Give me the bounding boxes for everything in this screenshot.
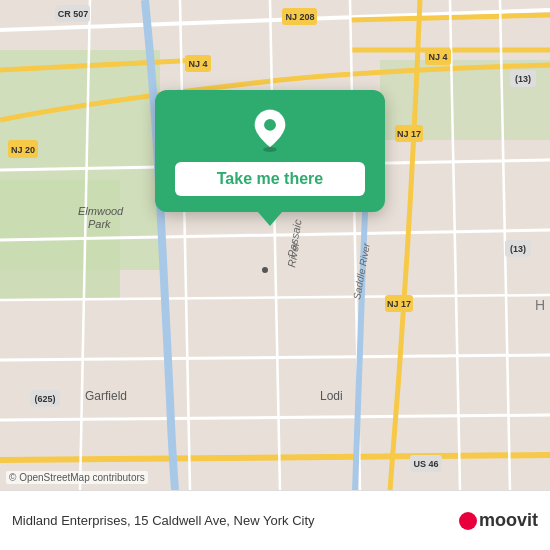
svg-text:Lodi: Lodi <box>320 389 343 403</box>
svg-text:(13): (13) <box>515 74 531 84</box>
map-copyright: © OpenStreetMap contributors <box>6 471 148 484</box>
svg-point-51 <box>263 147 277 152</box>
svg-text:Elmwood: Elmwood <box>78 205 124 217</box>
svg-text:(625): (625) <box>34 394 55 404</box>
destination-card: Take me there <box>155 90 385 212</box>
svg-text:(13): (13) <box>510 244 526 254</box>
svg-text:NJ 20: NJ 20 <box>11 145 35 155</box>
svg-text:H: H <box>535 297 545 313</box>
bottom-info-bar: Midland Enterprises, 15 Caldwell Ave, Ne… <box>0 490 550 550</box>
svg-text:NJ 17: NJ 17 <box>397 129 421 139</box>
svg-text:NJ 208: NJ 208 <box>285 12 314 22</box>
svg-text:NJ 4: NJ 4 <box>188 59 207 69</box>
location-pin-icon <box>248 108 292 152</box>
moovit-dot-icon <box>459 512 477 530</box>
svg-text:US 46: US 46 <box>413 459 438 469</box>
moovit-logo: moovit <box>459 510 538 531</box>
svg-text:Park: Park <box>88 218 111 230</box>
svg-point-50 <box>262 267 268 273</box>
moovit-brand-text: moovit <box>479 510 538 531</box>
take-me-there-button[interactable]: Take me there <box>175 162 365 196</box>
map-view: NJ 20 NJ 4 NJ 4 NJ 208 NJ 17 NJ 17 CR 50… <box>0 0 550 490</box>
address-text: Midland Enterprises, 15 Caldwell Ave, Ne… <box>12 513 451 528</box>
svg-text:Garfield: Garfield <box>85 389 127 403</box>
svg-text:NJ 17: NJ 17 <box>387 299 411 309</box>
svg-text:NJ 4: NJ 4 <box>428 52 447 62</box>
svg-point-52 <box>264 119 276 131</box>
svg-text:CR 507: CR 507 <box>58 9 89 19</box>
